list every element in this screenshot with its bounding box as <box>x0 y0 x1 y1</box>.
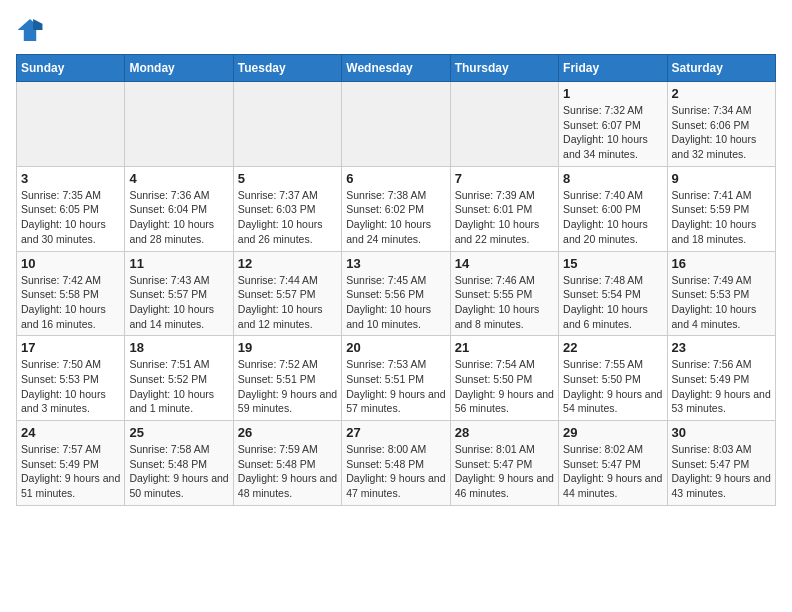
day-number: 10 <box>21 256 120 271</box>
calendar-row: 24Sunrise: 7:57 AMSunset: 5:49 PMDayligh… <box>17 421 776 506</box>
calendar-cell: 1Sunrise: 7:32 AMSunset: 6:07 PMDaylight… <box>559 82 667 167</box>
day-info: Sunrise: 7:42 AMSunset: 5:58 PMDaylight:… <box>21 273 120 332</box>
calendar-cell: 27Sunrise: 8:00 AMSunset: 5:48 PMDayligh… <box>342 421 450 506</box>
day-info: Sunrise: 7:52 AMSunset: 5:51 PMDaylight:… <box>238 357 337 416</box>
day-info: Sunrise: 7:49 AMSunset: 5:53 PMDaylight:… <box>672 273 771 332</box>
calendar-cell <box>342 82 450 167</box>
column-header-thursday: Thursday <box>450 55 558 82</box>
day-info: Sunrise: 7:40 AMSunset: 6:00 PMDaylight:… <box>563 188 662 247</box>
day-number: 3 <box>21 171 120 186</box>
calendar-cell: 23Sunrise: 7:56 AMSunset: 5:49 PMDayligh… <box>667 336 775 421</box>
calendar-cell: 15Sunrise: 7:48 AMSunset: 5:54 PMDayligh… <box>559 251 667 336</box>
calendar-cell: 20Sunrise: 7:53 AMSunset: 5:51 PMDayligh… <box>342 336 450 421</box>
calendar-cell: 18Sunrise: 7:51 AMSunset: 5:52 PMDayligh… <box>125 336 233 421</box>
calendar-cell: 6Sunrise: 7:38 AMSunset: 6:02 PMDaylight… <box>342 166 450 251</box>
calendar-cell: 17Sunrise: 7:50 AMSunset: 5:53 PMDayligh… <box>17 336 125 421</box>
day-number: 11 <box>129 256 228 271</box>
day-number: 6 <box>346 171 445 186</box>
day-info: Sunrise: 7:34 AMSunset: 6:06 PMDaylight:… <box>672 103 771 162</box>
day-info: Sunrise: 7:45 AMSunset: 5:56 PMDaylight:… <box>346 273 445 332</box>
day-info: Sunrise: 7:57 AMSunset: 5:49 PMDaylight:… <box>21 442 120 501</box>
day-number: 8 <box>563 171 662 186</box>
day-number: 27 <box>346 425 445 440</box>
day-info: Sunrise: 7:44 AMSunset: 5:57 PMDaylight:… <box>238 273 337 332</box>
calendar-row: 1Sunrise: 7:32 AMSunset: 6:07 PMDaylight… <box>17 82 776 167</box>
calendar-cell: 16Sunrise: 7:49 AMSunset: 5:53 PMDayligh… <box>667 251 775 336</box>
day-number: 7 <box>455 171 554 186</box>
day-info: Sunrise: 7:35 AMSunset: 6:05 PMDaylight:… <box>21 188 120 247</box>
day-info: Sunrise: 7:56 AMSunset: 5:49 PMDaylight:… <box>672 357 771 416</box>
day-number: 1 <box>563 86 662 101</box>
column-header-monday: Monday <box>125 55 233 82</box>
day-number: 18 <box>129 340 228 355</box>
day-info: Sunrise: 7:39 AMSunset: 6:01 PMDaylight:… <box>455 188 554 247</box>
day-number: 9 <box>672 171 771 186</box>
day-number: 23 <box>672 340 771 355</box>
calendar-cell: 5Sunrise: 7:37 AMSunset: 6:03 PMDaylight… <box>233 166 341 251</box>
calendar-cell: 25Sunrise: 7:58 AMSunset: 5:48 PMDayligh… <box>125 421 233 506</box>
logo-icon <box>16 16 44 44</box>
day-number: 17 <box>21 340 120 355</box>
day-info: Sunrise: 7:55 AMSunset: 5:50 PMDaylight:… <box>563 357 662 416</box>
calendar-cell: 2Sunrise: 7:34 AMSunset: 6:06 PMDaylight… <box>667 82 775 167</box>
calendar-cell <box>450 82 558 167</box>
day-info: Sunrise: 7:46 AMSunset: 5:55 PMDaylight:… <box>455 273 554 332</box>
logo <box>16 16 48 44</box>
calendar-cell: 26Sunrise: 7:59 AMSunset: 5:48 PMDayligh… <box>233 421 341 506</box>
calendar-cell: 22Sunrise: 7:55 AMSunset: 5:50 PMDayligh… <box>559 336 667 421</box>
calendar-cell: 10Sunrise: 7:42 AMSunset: 5:58 PMDayligh… <box>17 251 125 336</box>
calendar-cell: 13Sunrise: 7:45 AMSunset: 5:56 PMDayligh… <box>342 251 450 336</box>
day-number: 5 <box>238 171 337 186</box>
day-number: 30 <box>672 425 771 440</box>
day-info: Sunrise: 8:02 AMSunset: 5:47 PMDaylight:… <box>563 442 662 501</box>
day-number: 19 <box>238 340 337 355</box>
calendar-cell: 9Sunrise: 7:41 AMSunset: 5:59 PMDaylight… <box>667 166 775 251</box>
day-info: Sunrise: 8:03 AMSunset: 5:47 PMDaylight:… <box>672 442 771 501</box>
calendar-cell <box>17 82 125 167</box>
page-header <box>16 16 776 44</box>
day-info: Sunrise: 7:41 AMSunset: 5:59 PMDaylight:… <box>672 188 771 247</box>
calendar-cell: 19Sunrise: 7:52 AMSunset: 5:51 PMDayligh… <box>233 336 341 421</box>
day-number: 24 <box>21 425 120 440</box>
day-number: 12 <box>238 256 337 271</box>
day-info: Sunrise: 7:38 AMSunset: 6:02 PMDaylight:… <box>346 188 445 247</box>
calendar-cell: 8Sunrise: 7:40 AMSunset: 6:00 PMDaylight… <box>559 166 667 251</box>
day-info: Sunrise: 7:48 AMSunset: 5:54 PMDaylight:… <box>563 273 662 332</box>
day-number: 25 <box>129 425 228 440</box>
calendar-cell: 14Sunrise: 7:46 AMSunset: 5:55 PMDayligh… <box>450 251 558 336</box>
calendar-cell: 3Sunrise: 7:35 AMSunset: 6:05 PMDaylight… <box>17 166 125 251</box>
column-header-tuesday: Tuesday <box>233 55 341 82</box>
calendar-cell: 24Sunrise: 7:57 AMSunset: 5:49 PMDayligh… <box>17 421 125 506</box>
day-number: 21 <box>455 340 554 355</box>
column-header-friday: Friday <box>559 55 667 82</box>
calendar-table: SundayMondayTuesdayWednesdayThursdayFrid… <box>16 54 776 506</box>
calendar-cell: 29Sunrise: 8:02 AMSunset: 5:47 PMDayligh… <box>559 421 667 506</box>
calendar-row: 3Sunrise: 7:35 AMSunset: 6:05 PMDaylight… <box>17 166 776 251</box>
day-info: Sunrise: 7:58 AMSunset: 5:48 PMDaylight:… <box>129 442 228 501</box>
day-info: Sunrise: 7:51 AMSunset: 5:52 PMDaylight:… <box>129 357 228 416</box>
day-info: Sunrise: 7:36 AMSunset: 6:04 PMDaylight:… <box>129 188 228 247</box>
calendar-cell <box>233 82 341 167</box>
calendar-cell: 21Sunrise: 7:54 AMSunset: 5:50 PMDayligh… <box>450 336 558 421</box>
calendar-cell: 12Sunrise: 7:44 AMSunset: 5:57 PMDayligh… <box>233 251 341 336</box>
header-row: SundayMondayTuesdayWednesdayThursdayFrid… <box>17 55 776 82</box>
column-header-sunday: Sunday <box>17 55 125 82</box>
day-number: 14 <box>455 256 554 271</box>
calendar-cell: 11Sunrise: 7:43 AMSunset: 5:57 PMDayligh… <box>125 251 233 336</box>
day-number: 20 <box>346 340 445 355</box>
day-number: 4 <box>129 171 228 186</box>
day-info: Sunrise: 7:32 AMSunset: 6:07 PMDaylight:… <box>563 103 662 162</box>
day-number: 28 <box>455 425 554 440</box>
day-info: Sunrise: 7:37 AMSunset: 6:03 PMDaylight:… <box>238 188 337 247</box>
calendar-row: 17Sunrise: 7:50 AMSunset: 5:53 PMDayligh… <box>17 336 776 421</box>
day-info: Sunrise: 7:53 AMSunset: 5:51 PMDaylight:… <box>346 357 445 416</box>
day-info: Sunrise: 7:43 AMSunset: 5:57 PMDaylight:… <box>129 273 228 332</box>
day-number: 26 <box>238 425 337 440</box>
calendar-cell: 7Sunrise: 7:39 AMSunset: 6:01 PMDaylight… <box>450 166 558 251</box>
column-header-saturday: Saturday <box>667 55 775 82</box>
day-number: 16 <box>672 256 771 271</box>
day-info: Sunrise: 8:01 AMSunset: 5:47 PMDaylight:… <box>455 442 554 501</box>
day-info: Sunrise: 7:59 AMSunset: 5:48 PMDaylight:… <box>238 442 337 501</box>
column-header-wednesday: Wednesday <box>342 55 450 82</box>
calendar-cell <box>125 82 233 167</box>
